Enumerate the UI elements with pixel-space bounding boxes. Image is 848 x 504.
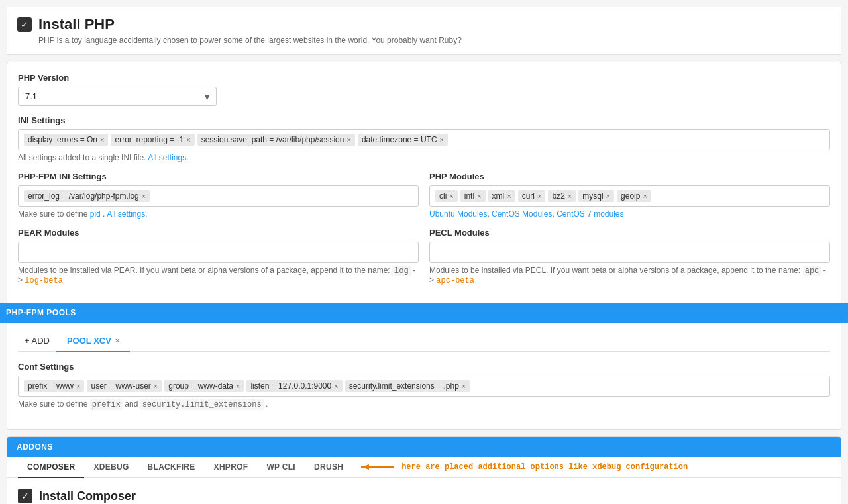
php-version-select[interactable]: 7.1 7.0 5.6 5.5 8.0 <box>18 87 217 106</box>
page-subtitle: PHP is a toy language accidentally chose… <box>38 36 831 45</box>
ini-tag-3: session.save_path = /var/lib/php/session… <box>197 134 355 146</box>
fpm-ini-input[interactable]: error_log = /var/log/php-fpm.log × <box>18 185 419 207</box>
page-title: Install PHP <box>38 16 115 33</box>
conf-tag-group: group = www-data × <box>164 380 244 392</box>
pecl-beta-code: apc-beta <box>436 276 474 285</box>
addons-tab-blackfire[interactable]: BLACKFIRE <box>138 457 205 478</box>
module-tag-bz2-remove[interactable]: × <box>568 193 572 200</box>
addons-tabs: COMPOSER XDEBUG BLACKFIRE XHPROF WP CLI … <box>7 457 841 478</box>
arrow-icon <box>358 460 398 474</box>
pear-beta-code: log-beta <box>25 276 63 285</box>
fpm-pool-xcv-tab[interactable]: POOL XCV × <box>56 330 130 352</box>
fpm-ini-tag-1: error_log = /var/log/php-fpm.log × <box>24 190 150 202</box>
conf-security-code: security.limit_extensions <box>140 399 264 410</box>
pear-hint: Modules to be installed via PEAR. If you… <box>18 266 419 285</box>
pear-label: PEAR Modules <box>18 228 419 238</box>
module-tag-geoip: geoip × <box>617 190 651 202</box>
fpm-pools-header: PHP-FPM POOLS <box>0 303 848 323</box>
ini-tag-3-remove[interactable]: × <box>346 136 350 144</box>
module-tag-intl: intl × <box>460 190 486 202</box>
addons-tab-drush[interactable]: DRUSH <box>305 457 352 478</box>
conf-hint: Make sure to define prefix and security.… <box>18 399 830 409</box>
centos7-modules-link[interactable]: CentOS 7 modules <box>556 209 623 219</box>
fpm-pool-xcv-close[interactable]: × <box>115 337 119 344</box>
modules-input[interactable]: cli × intl × xml × curl <box>429 185 830 207</box>
addons-tab-xhprof[interactable]: XHPROF <box>205 457 258 478</box>
php-version-select-wrapper: 7.1 7.0 5.6 5.5 8.0 ▼ <box>18 87 217 106</box>
conf-tag-listen-remove[interactable]: × <box>334 383 338 390</box>
fpm-ini-hint: Make sure to define pid . All settings. <box>18 209 419 219</box>
fpm-all-settings-link[interactable]: All settings. <box>107 209 147 219</box>
conf-tag-group-remove[interactable]: × <box>236 383 240 390</box>
modules-links: Ubuntu Modules, CentOS Modules, CentOS 7… <box>429 209 830 219</box>
conf-tag-listen: listen = 127.0.0.1:9000 × <box>246 380 342 392</box>
ini-tag-1-remove[interactable]: × <box>100 136 104 144</box>
centos-modules-link[interactable]: CentOS Modules <box>492 209 552 219</box>
pecl-input[interactable] <box>429 242 830 263</box>
composer-title: Install Composer <box>39 489 136 503</box>
module-tag-intl-remove[interactable]: × <box>477 193 481 200</box>
ini-tag-4: date.timezone = UTC × <box>358 134 448 146</box>
conf-settings-input[interactable]: prefix = www × user = www-user × group =… <box>18 376 830 397</box>
addons-content: ✓ Install Composer Composer will be avai… <box>7 478 841 504</box>
ini-all-settings-link[interactable]: All settings. <box>148 153 188 162</box>
conf-tag-prefix-remove[interactable]: × <box>76 383 80 390</box>
module-tag-curl-remove[interactable]: × <box>537 193 541 200</box>
ini-tag-2-remove[interactable]: × <box>186 136 190 144</box>
module-tag-mysql-remove[interactable]: × <box>606 193 610 200</box>
php-version-label: PHP Version <box>18 73 830 83</box>
addons-tab-xdebug[interactable]: XDEBUG <box>84 457 138 478</box>
fpm-ini-label: PHP-FPM INI Settings <box>18 172 419 181</box>
ini-tag-4-remove[interactable]: × <box>440 136 444 144</box>
ini-hint: All settings added to a single INI file.… <box>18 153 830 162</box>
ini-settings-input[interactable]: display_errors = On × error_reporting = … <box>18 129 830 150</box>
fpm-pid-link[interactable]: pid <box>90 209 101 219</box>
ini-tag-1: display_errors = On × <box>24 134 108 146</box>
conf-tag-prefix: prefix = www × <box>24 380 84 392</box>
conf-prefix-code: prefix <box>90 399 123 410</box>
pecl-hint: Modules to be installed via PECL. If you… <box>429 266 830 285</box>
composer-checkmark-icon: ✓ <box>18 489 32 503</box>
ubuntu-modules-link[interactable]: Ubuntu Modules <box>429 209 487 219</box>
module-tag-mysql: mysql × <box>578 190 614 202</box>
ini-settings-label: INI Settings <box>18 115 830 125</box>
conf-tag-security-remove[interactable]: × <box>462 383 466 390</box>
conf-tag-security: security.limit_extensions = .php × <box>345 380 470 392</box>
module-tag-cli: cli × <box>435 190 458 202</box>
addons-annotation: here are placed additional options like … <box>401 462 688 472</box>
modules-label: PHP Modules <box>429 172 830 181</box>
pear-code: log <box>392 266 411 276</box>
module-tag-xml-remove[interactable]: × <box>507 193 511 200</box>
fpm-ini-tag-1-remove[interactable]: × <box>142 193 146 200</box>
module-tag-xml: xml × <box>488 190 515 202</box>
php-checkmark-icon: ✓ <box>17 17 32 32</box>
ini-tag-2: error_reporting = -1 × <box>111 134 194 146</box>
pecl-label: PECL Modules <box>429 228 830 238</box>
addons-tab-wpcli[interactable]: WP CLI <box>257 457 305 478</box>
addons-tab-composer[interactable]: COMPOSER <box>18 457 84 478</box>
addons-header: ADDONS <box>7 437 841 457</box>
conf-tag-user: user = www-user × <box>87 380 162 392</box>
module-tag-geoip-remove[interactable]: × <box>643 193 647 200</box>
conf-settings-label: Conf Settings <box>18 362 830 372</box>
conf-tag-user-remove[interactable]: × <box>154 383 158 390</box>
module-tag-cli-remove[interactable]: × <box>449 193 453 200</box>
fpm-add-tab-button[interactable]: + ADD <box>18 332 56 350</box>
module-tag-bz2: bz2 × <box>548 190 576 202</box>
module-tag-curl: curl × <box>518 190 546 202</box>
pear-input[interactable] <box>18 242 419 263</box>
fpm-pools-tabs: + ADD POOL XCV × <box>18 330 830 352</box>
pecl-code: apc <box>803 266 822 276</box>
